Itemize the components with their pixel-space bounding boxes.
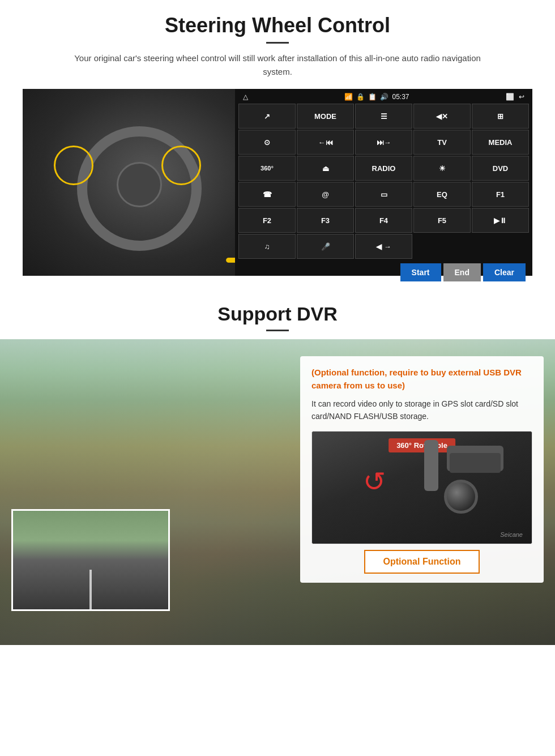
next-btn[interactable]: ⏭→ [355, 130, 412, 155]
web-btn[interactable]: @ [297, 182, 354, 207]
music-btn[interactable]: ♫ [238, 234, 296, 259]
f3-btn[interactable]: F3 [297, 208, 354, 233]
topbar-icons: 📶 🔒 📋 🔊 05:37 [344, 93, 409, 101]
radio-btn[interactable]: RADIO [355, 156, 412, 181]
mic-btn[interactable]: 🎤 [297, 234, 354, 259]
dvr-camera-box: 360° Rotatable ↺ Seicane [311, 431, 532, 544]
mode-btn[interactable]: MODE [297, 104, 354, 129]
eject-btn[interactable]: ⏏ [297, 156, 354, 181]
window-icon: ⬜ [506, 93, 514, 101]
dvr-description: It can record video only to storage in G… [311, 398, 532, 423]
steering-section: Steering Wheel Control Your original car… [0, 0, 555, 287]
steering-wheel-image [23, 89, 235, 276]
screen-btn[interactable]: ▭ [355, 182, 412, 207]
f2-btn[interactable]: F2 [238, 208, 296, 233]
prev-next-btn[interactable]: ◀ → [355, 234, 412, 259]
seicane-watermark: Seicane [500, 531, 523, 538]
apps-btn[interactable]: ⊞ [472, 104, 529, 129]
dvr-divider [266, 330, 289, 331]
dvr-inset-image [11, 509, 170, 611]
radio-button-grid: ↗ MODE ☰ ◀✕ ⊞ ⊙ ←⏮ ⏭→ TV MEDIA 360° ⏏ RA… [238, 104, 529, 259]
dvr-title-area: Support DVR [0, 287, 555, 339]
lock-icon: 🔒 [356, 93, 365, 101]
highlight-circle-right [161, 146, 201, 185]
nav-left-btn[interactable]: ↗ [238, 104, 296, 129]
dvr-image-area: (Optional function, require to buy exter… [0, 339, 555, 645]
inset-road-bg [13, 511, 168, 609]
mute-btn[interactable]: ◀✕ [413, 104, 471, 129]
dvd-btn[interactable]: DVD [472, 156, 529, 181]
dvr-info-card: (Optional function, require to buy exter… [300, 356, 544, 583]
sim-icon: 📋 [368, 93, 377, 101]
end-button[interactable]: End [443, 263, 481, 281]
time-display: 05:37 [392, 93, 409, 101]
home-icon: △ [243, 93, 248, 101]
tv-btn[interactable]: TV [413, 130, 471, 155]
eq-btn[interactable]: EQ [413, 182, 471, 207]
wheel-inner-hub [117, 162, 162, 207]
camera-360-badge: 360° Rotatable [388, 438, 455, 452]
prev-btn[interactable]: ←⏮ [297, 130, 354, 155]
volume-icon: 🔊 [380, 93, 388, 101]
play-pause-btn[interactable]: ▶⏸ [472, 208, 529, 233]
f1-btn[interactable]: F1 [472, 182, 529, 207]
clear-button[interactable]: Clear [483, 263, 526, 281]
f5-btn[interactable]: F5 [413, 208, 471, 233]
title-divider [266, 42, 289, 44]
phone-btn[interactable]: ☎ [238, 182, 296, 207]
dvr-section: Support DVR (Optional function, require … [0, 287, 555, 695]
radio-panel: △ 📶 🔒 📋 🔊 05:37 ⬜ ↩ ↗ MODE ☰ [235, 89, 532, 276]
f4-btn[interactable]: F4 [355, 208, 412, 233]
cam360-btn[interactable]: 360° [238, 156, 296, 181]
back-icon: ↩ [519, 93, 524, 101]
steering-content: △ 📶 🔒 📋 🔊 05:37 ⬜ ↩ ↗ MODE ☰ [23, 89, 532, 276]
optional-function-button[interactable]: Optional Function [364, 550, 480, 574]
steering-title: Steering Wheel Control [23, 14, 532, 37]
menu-btn[interactable]: ☰ [355, 104, 412, 129]
radio-bottom-buttons: Start End Clear [238, 261, 529, 284]
highlight-circle-left [54, 146, 93, 185]
settings-btn[interactable]: ⊙ [238, 130, 296, 155]
dvr-title: Support DVR [0, 303, 555, 325]
rotation-arrow: ↺ [363, 465, 386, 497]
dvr-optional-text: (Optional function, require to buy exter… [311, 366, 532, 392]
media-btn[interactable]: MEDIA [472, 130, 529, 155]
radio-topbar: △ 📶 🔒 📋 🔊 05:37 ⬜ ↩ [238, 91, 529, 102]
start-button[interactable]: Start [400, 263, 441, 281]
wifi-icon: 📶 [344, 93, 353, 101]
brightness-btn[interactable]: ☀ [413, 156, 471, 181]
steering-subtitle: Your original car's steering wheel contr… [62, 52, 493, 79]
camera-visual: 360° Rotatable ↺ Seicane [312, 432, 532, 544]
